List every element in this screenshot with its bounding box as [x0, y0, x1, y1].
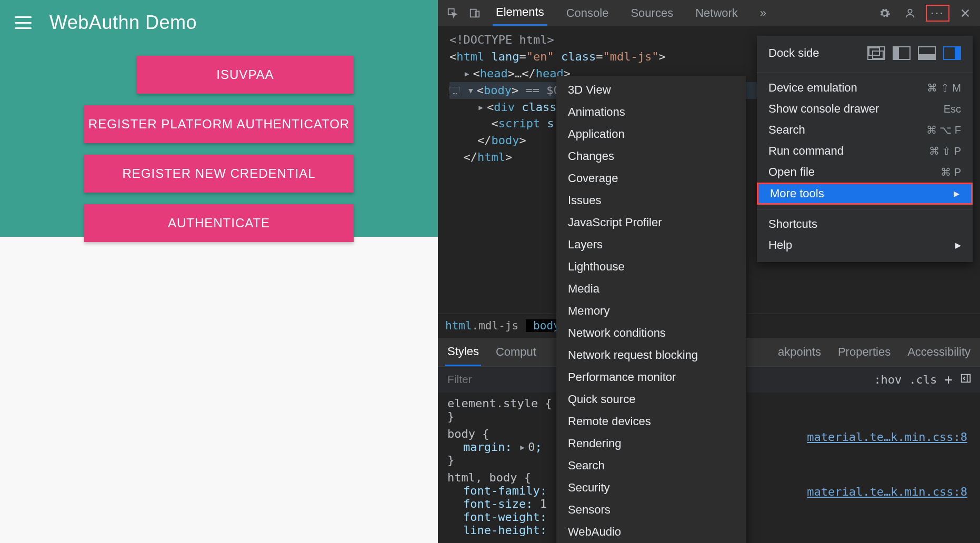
- submenu-coverage[interactable]: Coverage: [556, 167, 746, 189]
- submenu-media[interactable]: Media: [556, 278, 746, 300]
- source-link[interactable]: material.te…k.min.css:8: [807, 430, 967, 444]
- submenu-sensors[interactable]: Sensors: [556, 499, 746, 521]
- tab-more[interactable]: »: [757, 0, 769, 26]
- submenu-network-conditions[interactable]: Network conditions: [556, 322, 746, 344]
- dock-bottom-icon[interactable]: [918, 46, 936, 60]
- authenticate-button[interactable]: AUTHENTICATE: [84, 204, 354, 242]
- tab-sources[interactable]: Sources: [627, 0, 676, 26]
- hov-toggle[interactable]: :hov: [874, 373, 902, 386]
- menu-run-command[interactable]: Run command⌘ ⇧ P: [757, 140, 973, 162]
- submenu-remote-devices[interactable]: Remote devices: [556, 410, 746, 433]
- submenu-security[interactable]: Security: [556, 477, 746, 499]
- submenu-network-blocking[interactable]: Network request blocking: [556, 344, 746, 366]
- account-icon[interactable]: [901, 4, 919, 23]
- submenu-js-profiler[interactable]: JavaScript Profiler: [556, 212, 746, 234]
- submenu-perf-monitor[interactable]: Performance monitor: [556, 366, 746, 388]
- menu-open-file[interactable]: Open file⌘ P: [757, 162, 973, 183]
- device-toggle-icon[interactable]: [465, 4, 484, 23]
- register-platform-button[interactable]: REGISTER PLATFORM AUTHENTICATOR: [84, 105, 354, 143]
- settings-gear-icon[interactable]: [875, 4, 894, 23]
- submenu-search[interactable]: Search: [556, 455, 746, 477]
- submenu-webaudio[interactable]: WebAudio: [556, 521, 746, 543]
- submenu-3d-view[interactable]: 3D View: [556, 79, 746, 101]
- menu-device-emulation[interactable]: Device emulation⌘ ⇧ M: [757, 77, 973, 98]
- new-style-rule-icon[interactable]: +: [944, 371, 953, 387]
- source-link[interactable]: material.te…k.min.css:8: [807, 485, 967, 498]
- submenu-memory[interactable]: Memory: [556, 300, 746, 322]
- dock-side-label: Dock side: [768, 46, 819, 60]
- tab-properties[interactable]: Properties: [836, 345, 893, 359]
- menu-search[interactable]: Search⌘ ⌥ F: [757, 119, 973, 140]
- submenu-quick-source[interactable]: Quick source: [556, 388, 746, 410]
- submenu-rendering[interactable]: Rendering: [556, 433, 746, 455]
- submenu-issues[interactable]: Issues: [556, 189, 746, 212]
- close-devtools-icon[interactable]: [956, 4, 975, 23]
- menu-show-console-drawer[interactable]: Show console drawerEsc: [757, 98, 973, 119]
- tab-network[interactable]: Network: [692, 0, 741, 26]
- svg-point-3: [908, 9, 912, 13]
- register-credential-button[interactable]: REGISTER NEW CREDENTIAL: [84, 155, 354, 193]
- submenu-animations[interactable]: Animations: [556, 101, 746, 123]
- devtools-toolbar: Elements Console Sources Network » ⋯: [438, 0, 980, 26]
- doctype: <!DOCTYPE html>: [449, 33, 554, 46]
- dock-right-icon[interactable]: [943, 46, 961, 60]
- tab-accessibility[interactable]: Accessibility: [905, 345, 973, 359]
- cls-toggle[interactable]: .cls: [909, 373, 937, 386]
- app-body: [0, 237, 438, 543]
- dock-left-icon[interactable]: [893, 46, 911, 60]
- inspect-element-icon[interactable]: [443, 4, 462, 23]
- kebab-menu-button[interactable]: ⋯: [926, 5, 949, 22]
- tab-styles[interactable]: Styles: [445, 338, 481, 366]
- submenu-changes[interactable]: Changes: [556, 145, 746, 167]
- devtools-main-menu: Dock side Device emulation⌘ ⇧ M Show con…: [757, 36, 973, 262]
- menu-more-tools[interactable]: More tools▸: [757, 183, 973, 205]
- tab-elements[interactable]: Elements: [493, 0, 547, 26]
- menu-help[interactable]: Help▸: [757, 235, 973, 256]
- dock-undock-icon[interactable]: [867, 46, 885, 60]
- isuvpaa-button[interactable]: ISUVPAA: [137, 56, 354, 94]
- app-title: WebAuthn Demo: [49, 12, 197, 34]
- submenu-lighthouse[interactable]: Lighthouse: [556, 256, 746, 278]
- submenu-application[interactable]: Application: [556, 123, 746, 145]
- hamburger-menu-icon[interactable]: [15, 16, 32, 29]
- submenu-layers[interactable]: Layers: [556, 234, 746, 256]
- menu-shortcuts[interactable]: Shortcuts: [757, 214, 973, 235]
- more-tools-submenu: 3D View Animations Application Changes C…: [556, 76, 746, 543]
- app-header: WebAuthn Demo ISUVPAA REGISTER PLATFORM …: [0, 0, 438, 237]
- toggle-sidebar-icon[interactable]: [960, 373, 972, 387]
- tab-computed[interactable]: Comput: [494, 345, 538, 359]
- tab-console[interactable]: Console: [563, 0, 612, 26]
- app-panel: WebAuthn Demo ISUVPAA REGISTER PLATFORM …: [0, 0, 438, 543]
- tab-breakpoints[interactable]: akpoints: [776, 345, 823, 359]
